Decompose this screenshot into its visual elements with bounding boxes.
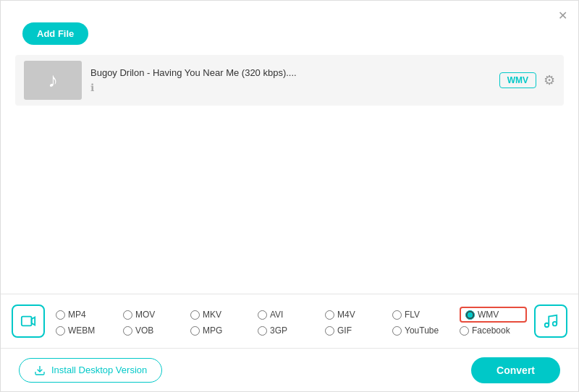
format-option-mkv[interactable]: MKV bbox=[190, 310, 258, 320]
file-item: ♪ Bugoy Drilon - Having You Near Me (320… bbox=[15, 55, 564, 106]
format-option-avi[interactable]: AVI bbox=[258, 310, 325, 320]
format-option-mov[interactable]: MOV bbox=[123, 310, 190, 320]
format-option-mp4[interactable]: MP4 bbox=[56, 310, 123, 320]
add-file-button[interactable]: Add File bbox=[22, 22, 88, 45]
info-icon[interactable]: ℹ bbox=[90, 82, 94, 93]
format-option-m4v[interactable]: M4V bbox=[325, 310, 392, 320]
file-actions: WMV ⚙ bbox=[499, 72, 555, 88]
format-options-grid: MP4 MOV MKV AVI M4V FLV WMV WEBM VOB MPG bbox=[56, 307, 527, 336]
format-option-3gp[interactable]: 3GP bbox=[258, 325, 325, 336]
format-option-wmv[interactable]: WMV bbox=[460, 307, 527, 323]
format-option-flv[interactable]: FLV bbox=[392, 310, 460, 320]
music-note-icon: ♪ bbox=[48, 69, 58, 92]
file-list: ♪ Bugoy Drilon - Having You Near Me (320… bbox=[15, 55, 564, 304]
format-option-vob[interactable]: VOB bbox=[123, 325, 190, 336]
svg-point-2 bbox=[545, 323, 549, 328]
format-option-youtube[interactable]: YouTube bbox=[392, 325, 460, 336]
format-option-mpg[interactable]: MPG bbox=[190, 325, 258, 336]
footer: Install Desktop Version Convert bbox=[1, 348, 578, 391]
svg-point-3 bbox=[553, 322, 557, 326]
format-option-webm[interactable]: WEBM bbox=[56, 325, 123, 336]
install-desktop-button[interactable]: Install Desktop Version bbox=[19, 358, 162, 383]
convert-button[interactable]: Convert bbox=[471, 357, 560, 383]
audio-format-button[interactable] bbox=[534, 304, 567, 338]
format-option-facebook[interactable]: Facebook bbox=[460, 325, 527, 336]
svg-marker-1 bbox=[32, 318, 35, 325]
file-name: Bugoy Drilon - Having You Near Me (320 k… bbox=[90, 67, 499, 78]
settings-icon[interactable]: ⚙ bbox=[544, 72, 555, 88]
file-info: Bugoy Drilon - Having You Near Me (320 k… bbox=[90, 67, 499, 94]
format-option-gif[interactable]: GIF bbox=[325, 325, 392, 336]
close-button[interactable]: ✕ bbox=[555, 8, 570, 22]
svg-rect-0 bbox=[22, 317, 32, 326]
format-badge[interactable]: WMV bbox=[499, 72, 536, 88]
file-thumbnail: ♪ bbox=[24, 61, 82, 100]
video-format-button[interactable] bbox=[12, 304, 45, 338]
install-label: Install Desktop Version bbox=[51, 365, 147, 375]
format-toolbar: MP4 MOV MKV AVI M4V FLV WMV WEBM VOB MPG bbox=[1, 294, 578, 348]
